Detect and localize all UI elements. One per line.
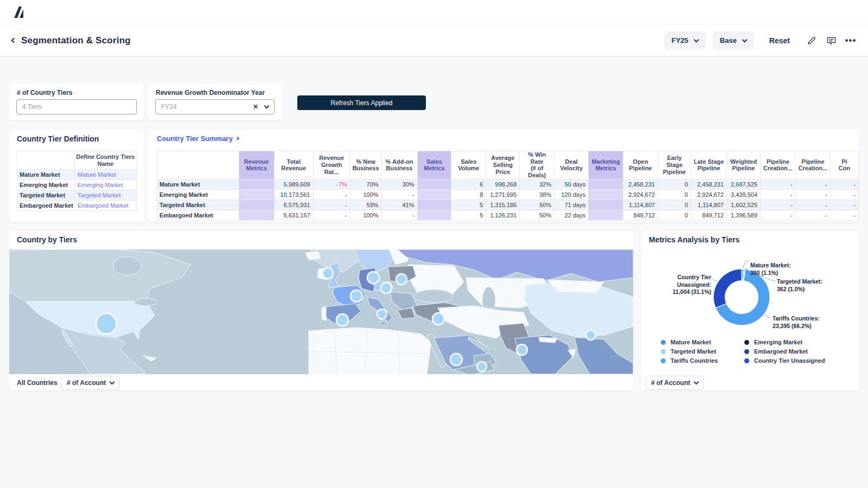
summary-column-header: Total Revenue [274, 151, 313, 179]
map-bubble-turkey[interactable] [432, 313, 444, 325]
donut-legend: Mature MarketEmerging MarketTargeted Mar… [661, 339, 825, 364]
legend-item[interactable]: Country Tier Unassigned [744, 357, 825, 364]
summary-table-row: Embargoed Market5,631,157-100%-51,126,23… [157, 210, 859, 220]
legend-item[interactable]: Tariffs Countries [661, 357, 744, 364]
summary-table-row: Emerging Market10,173,561-100%-81,271,69… [157, 189, 859, 200]
summary-column-header: Weighted Pipeline [727, 151, 761, 179]
summary-row-label: Emerging Market [157, 189, 239, 200]
map-bubble-pakistan[interactable] [516, 344, 527, 355]
summary-cell [417, 189, 451, 200]
summary-cell: 120 days [554, 189, 589, 200]
map-bubble-france[interactable] [350, 290, 362, 302]
summary-cell: 100% [350, 210, 381, 220]
legend-item[interactable]: Embargoed Market [744, 348, 825, 355]
version-selector-label: Base [720, 36, 737, 44]
metrics-measure-dropdown[interactable]: # of Account [646, 376, 704, 390]
summary-cell: 0 [658, 210, 691, 220]
legend-label: Targeted Market [671, 348, 716, 355]
define-tiers-column-header: Define Country Tiers Name [75, 151, 137, 170]
summary-cell: 2,924,672 [623, 189, 658, 200]
summary-column-header: Late Stage Pipeline [691, 151, 727, 179]
summary-cell [417, 179, 451, 189]
summary-cell: - [381, 210, 417, 220]
reset-button[interactable]: Reset [769, 36, 790, 45]
more-options-icon[interactable]: ••• [845, 35, 856, 46]
summary-cell: - [830, 179, 858, 189]
summary-cell: - [830, 210, 858, 220]
tier-definition-title: Country Tier Definition [17, 134, 99, 143]
summary-cell [239, 200, 274, 210]
summary-cell: - [830, 189, 858, 200]
map-bubble-germany[interactable] [367, 272, 379, 284]
legend-item[interactable]: Targeted Market [661, 348, 744, 355]
summary-cell: 1,271,695 [486, 189, 520, 200]
tier-summary-link[interactable]: Country Tier Summary [157, 134, 239, 143]
map-bubble-united-states[interactable] [96, 313, 117, 334]
growth-year-value: FY24 [161, 103, 177, 111]
country-tiers-input[interactable] [16, 99, 137, 114]
summary-cell: 1,126,231 [486, 210, 520, 220]
summary-cell: 998,268 [486, 179, 520, 189]
legend-label: Embargoed Market [754, 348, 808, 355]
growth-year-filter-card: Revenue Growth Denominator Year FY24 ✕ [148, 84, 282, 120]
map-bubble-ireland[interactable] [322, 268, 333, 279]
tier-definition-row: Embargoed MarketEmbargoed Market [17, 201, 137, 211]
map-bubble-china[interactable] [586, 330, 596, 340]
donut-slice-country-tier-unassigned[interactable] [713, 269, 742, 308]
donut-leader-line [743, 261, 750, 268]
chevron-left-icon [11, 38, 17, 43]
summary-cell [589, 179, 623, 189]
back-button[interactable] [12, 38, 16, 42]
edit-icon[interactable] [806, 35, 817, 46]
map-bubble-spain[interactable] [336, 314, 348, 326]
refresh-tiers-button[interactable]: Refresh Tiers Applied [297, 95, 426, 110]
legend-dot-icon [744, 340, 749, 345]
summary-cell [417, 210, 451, 220]
map-bubble-poland[interactable] [396, 274, 407, 285]
summary-cell: -7% [313, 179, 350, 189]
summary-column-header: % Add-on Business [381, 151, 417, 179]
tier-name-cell[interactable]: Mature Market [75, 170, 137, 180]
tier-name-cell[interactable]: Emerging Market [75, 180, 137, 190]
map-measure-dropdown[interactable]: # of Account [61, 376, 119, 390]
summary-table-row: Targeted Market6,575,931-59%41%51,315,18… [157, 200, 859, 210]
tier-summary-table: Revenue MetricsTotal RevenueRevenue Grow… [157, 151, 859, 221]
chevron-down-icon [264, 104, 270, 109]
period-selector[interactable]: FY25 [664, 31, 706, 50]
map-bubble-uae[interactable] [477, 362, 487, 371]
tier-name-cell[interactable]: Targeted Market [75, 190, 137, 201]
map-bubble-italy[interactable] [377, 309, 387, 319]
world-map[interactable] [9, 249, 633, 374]
summary-column-header: Sales Volume [451, 151, 486, 179]
summary-cell: - [313, 210, 350, 220]
version-selector[interactable]: Base [712, 31, 754, 50]
callout-targeted-market: Targeted Market:362 (1.0%) [777, 278, 822, 293]
summary-cell: - [830, 200, 858, 210]
summary-column-header: Pipeline Creation... [796, 151, 831, 179]
callout-tariffs-countries: Tariffs Countries:23,395 (66.2%) [773, 315, 820, 330]
growth-year-dropdown[interactable]: FY24 ✕ [155, 99, 275, 114]
metrics-analysis-card: Metrics Analysis by Tiers Mature Market:… [641, 230, 859, 390]
clear-icon[interactable]: ✕ [253, 103, 258, 111]
summary-column-header: Open Pipeline [623, 151, 658, 179]
growth-year-label: Revenue Growth Denominator Year [156, 89, 265, 97]
map-bubble-saudi-arabia[interactable] [450, 354, 462, 365]
summary-row-label: Embargoed Market [157, 210, 239, 220]
summary-cell: 8 [451, 189, 486, 200]
summary-cell: 2,924,672 [691, 189, 727, 200]
chevron-down-icon [742, 37, 747, 42]
summary-column-header: Average Selling Price [486, 151, 520, 179]
anaplan-logo-icon[interactable] [14, 6, 24, 18]
summary-cell: 2,458,231 [691, 179, 727, 189]
legend-item[interactable]: Emerging Market [744, 339, 825, 345]
country-tiers-label: # of Country Tiers [17, 89, 72, 97]
tier-row-label: Mature Market [17, 170, 75, 180]
metrics-card-title: Metrics Analysis by Tiers [649, 235, 739, 244]
map-bubble-austria[interactable] [381, 282, 392, 293]
legend-item[interactable]: Mature Market [661, 339, 744, 345]
donut-leader-line [764, 314, 770, 318]
summary-cell: 50% [520, 200, 554, 210]
comment-icon[interactable] [826, 35, 837, 46]
tier-name-cell[interactable]: Embargoed Market [75, 201, 137, 211]
summary-cell: 1,396,589 [727, 210, 761, 220]
